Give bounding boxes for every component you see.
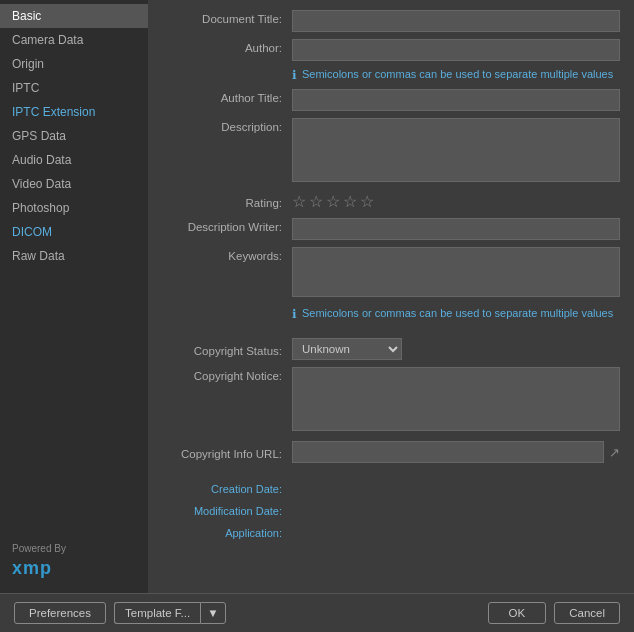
document-title-row: Document Title:	[162, 10, 620, 32]
template-main-button[interactable]: Template F...	[114, 602, 200, 624]
rating-row: Rating: ☆ ☆ ☆ ☆ ☆	[162, 192, 620, 211]
xmp-logo: xmp	[12, 558, 52, 579]
author-row: Author:	[162, 39, 620, 61]
keywords-info-icon: ℹ	[292, 307, 297, 321]
template-dropdown-button[interactable]: ▼	[200, 602, 225, 624]
sidebar-footer: Powered By xmp	[0, 533, 148, 589]
copyright-info-url-label: Copyright Info URL:	[162, 445, 292, 460]
copyright-status-select[interactable]: Unknown Copyrighted Public Domain	[292, 338, 402, 360]
author-title-row: Author Title:	[162, 89, 620, 111]
author-title-input[interactable]	[292, 89, 620, 111]
creation-date-row: Creation Date:	[162, 480, 620, 495]
copyright-notice-label: Copyright Notice:	[162, 367, 292, 382]
sidebar-item-basic[interactable]: Basic	[0, 4, 148, 28]
sidebar-item-iptc[interactable]: IPTC	[0, 76, 148, 100]
sidebar-item-gps-data[interactable]: GPS Data	[0, 124, 148, 148]
star-4[interactable]: ☆	[343, 192, 357, 211]
star-1[interactable]: ☆	[292, 192, 306, 211]
section-divider-2	[162, 470, 620, 480]
star-5[interactable]: ☆	[360, 192, 374, 211]
copyright-info-url-row: Copyright Info URL: ↗	[162, 441, 620, 463]
rating-label: Rating:	[162, 194, 292, 209]
copyright-notice-row: Copyright Notice:	[162, 367, 620, 434]
keywords-info-text: Semicolons or commas can be used to sepa…	[302, 307, 613, 319]
sidebar-item-video-data[interactable]: Video Data	[0, 172, 148, 196]
ok-button[interactable]: OK	[488, 602, 547, 624]
keywords-label: Keywords:	[162, 247, 292, 262]
description-writer-row: Description Writer:	[162, 218, 620, 240]
section-divider	[162, 328, 620, 338]
description-writer-input[interactable]	[292, 218, 620, 240]
sidebar: Basic Camera Data Origin IPTC IPTC Exten…	[0, 0, 148, 593]
sidebar-item-raw-data[interactable]: Raw Data	[0, 244, 148, 268]
goto-icon[interactable]: ↗	[609, 445, 620, 460]
author-label: Author:	[162, 39, 292, 54]
star-3[interactable]: ☆	[326, 192, 340, 211]
keywords-control	[292, 247, 620, 300]
description-label: Description:	[162, 118, 292, 133]
author-info-text: Semicolons or commas can be used to sepa…	[302, 68, 613, 80]
document-title-control	[292, 10, 620, 32]
modification-date-row: Modification Date:	[162, 502, 620, 517]
cancel-button[interactable]: Cancel	[554, 602, 620, 624]
content-area: Basic Camera Data Origin IPTC IPTC Exten…	[0, 0, 634, 593]
main-panel: Document Title: Author: ℹ Semicolons or …	[148, 0, 634, 593]
creation-date-label: Creation Date:	[162, 480, 292, 495]
copyright-info-url-control: ↗	[292, 441, 620, 463]
modification-date-label: Modification Date:	[162, 502, 292, 517]
document-title-input[interactable]	[292, 10, 620, 32]
ok-cancel-group: OK Cancel	[488, 602, 620, 624]
sidebar-item-audio-data[interactable]: Audio Data	[0, 148, 148, 172]
description-control	[292, 118, 620, 185]
sidebar-item-origin[interactable]: Origin	[0, 52, 148, 76]
sidebar-item-camera-data[interactable]: Camera Data	[0, 28, 148, 52]
sidebar-item-iptc-extension[interactable]: IPTC Extension	[0, 100, 148, 124]
keywords-info-row: ℹ Semicolons or commas can be used to se…	[162, 307, 620, 321]
description-textarea[interactable]	[292, 118, 620, 182]
copyright-status-control: Unknown Copyrighted Public Domain	[292, 338, 620, 360]
copyright-status-row: Copyright Status: Unknown Copyrighted Pu…	[162, 338, 620, 360]
author-title-label: Author Title:	[162, 89, 292, 104]
sidebar-item-dicom[interactable]: DICOM	[0, 220, 148, 244]
info-icon: ℹ	[292, 68, 297, 82]
keywords-row: Keywords:	[162, 247, 620, 300]
document-title-label: Document Title:	[162, 10, 292, 25]
sidebar-item-photoshop[interactable]: Photoshop	[0, 196, 148, 220]
preferences-button[interactable]: Preferences	[14, 602, 106, 624]
application-label: Application:	[162, 524, 292, 539]
copyright-notice-control	[292, 367, 620, 434]
powered-by-label: Powered By	[12, 543, 66, 554]
rating-stars: ☆ ☆ ☆ ☆ ☆	[292, 192, 374, 211]
author-info-row: ℹ Semicolons or commas can be used to se…	[162, 68, 620, 82]
author-control	[292, 39, 620, 61]
copyright-info-url-input[interactable]	[292, 441, 604, 463]
description-writer-label: Description Writer:	[162, 218, 292, 233]
template-button-group: Template F... ▼	[114, 602, 226, 624]
copyright-status-label: Copyright Status:	[162, 342, 292, 357]
description-row: Description:	[162, 118, 620, 185]
description-writer-control	[292, 218, 620, 240]
star-2[interactable]: ☆	[309, 192, 323, 211]
footer: Preferences Template F... ▼ OK Cancel	[0, 593, 634, 632]
keywords-textarea[interactable]	[292, 247, 620, 297]
author-title-control	[292, 89, 620, 111]
main-container: Basic Camera Data Origin IPTC IPTC Exten…	[0, 0, 634, 632]
author-input[interactable]	[292, 39, 620, 61]
application-row: Application:	[162, 524, 620, 539]
copyright-notice-textarea[interactable]	[292, 367, 620, 431]
